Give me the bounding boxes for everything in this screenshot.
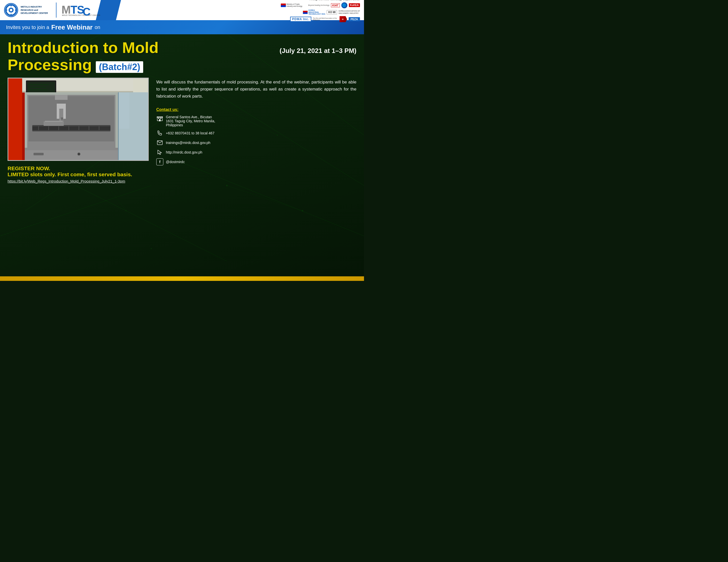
svg-line-20 xyxy=(0,186,151,236)
kokea-badge: KoKEA xyxy=(349,3,360,7)
svg-rect-43 xyxy=(118,92,119,161)
svg-rect-42 xyxy=(117,92,149,161)
mirdc-name: METALS INDUSTRY RESEARCH and DEVELOPMENT… xyxy=(21,5,51,15)
contact-email-item: trainings@mirdc.dost.gov.ph xyxy=(156,139,356,146)
free-webinar-text: Free Webinar xyxy=(51,23,93,31)
machine-image xyxy=(8,78,149,161)
mite-flag: Ministry of Trade, Industry and Energy xyxy=(281,3,307,8)
processing-text: Processing xyxy=(8,56,92,74)
svg-rect-59 xyxy=(32,126,110,130)
partner-row-1: Ministry of Trade, Industry and Energy B… xyxy=(281,2,360,8)
peza-badge: PEZA xyxy=(349,17,360,21)
blue-banner: Invites you to join a Free Webinar on xyxy=(0,20,364,34)
komi-badge: KO MI xyxy=(327,10,337,14)
svg-line-19 xyxy=(76,186,227,261)
globe-icon: 🌐 xyxy=(341,2,347,8)
svg-marker-81 xyxy=(158,150,162,155)
address-icon xyxy=(156,115,163,122)
svg-rect-76 xyxy=(158,118,159,119)
mtsc-logo: M T S C MOLD TECHNOLOGY SUPPORT CENTER xyxy=(62,4,100,16)
komi-full: KOREA ASSOCIATION OFMACHINERY INDUSTRY xyxy=(339,10,360,14)
title-line2: Processing (Batch#2) xyxy=(8,56,159,74)
right-column: We will discuss the fundamentals of mold… xyxy=(156,78,356,183)
svg-rect-7 xyxy=(15,10,17,11)
website-text: http://mirdc.dost.gov.ph xyxy=(166,150,202,154)
mold-logo: M xyxy=(340,16,347,22)
svg-rect-53 xyxy=(55,95,68,100)
event-title: Introduction to Mold Processing (Batch#2… xyxy=(8,39,356,74)
image-column: REGISTER NOW. LIMITED slots only. First … xyxy=(8,78,149,183)
mirdc-logo: METALS INDUSTRY RESEARCH and DEVELOPMENT… xyxy=(4,3,51,17)
mirdc-logo-svg xyxy=(5,4,17,16)
register-link-text: https://bit.ly/Web_Regs_Introduction_Mol… xyxy=(8,179,149,183)
address-line2: 1631 Taguig City, Metro Manila, xyxy=(166,119,215,123)
mtsc-s: S C xyxy=(77,4,84,15)
on-text: on xyxy=(95,24,100,30)
pdma-badge: PDMA Inc. xyxy=(290,17,311,22)
kita-logo: KOREAINDUSTRIALTECHNOLOGY ODA xyxy=(303,9,325,15)
svg-line-35 xyxy=(227,186,302,211)
register-now-text: REGISTER NOW. xyxy=(8,165,149,171)
contact-title: Contact us: xyxy=(156,107,356,112)
contact-website-item: http://mirdc.dost.gov.ph xyxy=(156,149,356,156)
svg-rect-5 xyxy=(11,14,12,16)
invite-text: Invites you to join a xyxy=(6,24,49,30)
facebook-icon: f xyxy=(156,158,163,165)
contact-phone-item: +632 88370431 to 38 local 467 xyxy=(156,130,356,137)
phone-icon xyxy=(156,130,163,137)
svg-rect-67 xyxy=(44,121,64,126)
social-text: @dostmirdc xyxy=(166,160,185,164)
svg-point-25 xyxy=(226,185,228,186)
svg-rect-56 xyxy=(59,109,63,121)
title-left: Introduction to Mold Processing (Batch#2… xyxy=(8,39,159,74)
partner-row-3: PDMA Inc. The Die and Mold Association o… xyxy=(290,16,360,22)
batch-label: (Batch#2) xyxy=(96,61,143,73)
email-text: trainings@mirdc.dost.gov.ph xyxy=(166,141,210,145)
svg-point-30 xyxy=(151,248,152,249)
svg-point-26 xyxy=(126,210,127,211)
address-line3: Philippines xyxy=(166,123,215,127)
beyond-tech: Beyond leading technology xyxy=(308,4,329,6)
email-icon xyxy=(156,139,163,146)
through-text: Through the Mold Technology Support Cent… xyxy=(309,0,360,1)
register-section: REGISTER NOW. LIMITED slots only. First … xyxy=(8,165,149,183)
mite-label: Ministry of Trade, Industry and Energy xyxy=(287,3,307,8)
svg-rect-79 xyxy=(157,117,163,117)
pdma-sub: The Die and Mold Association of the Phil… xyxy=(313,17,338,21)
title-line1: Introduction to Mold xyxy=(8,39,159,56)
cnc-machine-svg xyxy=(8,78,149,161)
contact-section: Contact us: General Sa xyxy=(156,107,356,168)
header-partners: Through the Mold Technology Support Cent… xyxy=(281,0,360,22)
content-area: REGISTER NOW. LIMITED slots only. First … xyxy=(8,78,356,183)
contact-social-item: f @dostmirdc xyxy=(156,158,356,165)
svg-rect-4 xyxy=(11,4,12,6)
svg-rect-6 xyxy=(5,10,7,11)
svg-point-29 xyxy=(302,210,303,212)
main-content: Introduction to Mold Processing (Batch#2… xyxy=(0,34,364,281)
date-time: (July 21, 2021 at 1–3 PM) xyxy=(280,47,356,55)
description-text: We will discuss the fundamentals of mold… xyxy=(156,79,356,100)
svg-rect-77 xyxy=(160,118,161,119)
header: METALS INDUSTRY RESEARCH and DEVELOPMENT… xyxy=(0,0,364,20)
limited-slots-text: LIMITED slots only. First come, first se… xyxy=(8,171,149,178)
svg-rect-72 xyxy=(34,153,44,155)
partner-row-2: KOREAINDUSTRIALTECHNOLOGY ODA KO MI KORE… xyxy=(303,9,360,15)
address-lines: General Santos Ave., Bicutan 1631 Taguig… xyxy=(166,115,215,127)
svg-point-3 xyxy=(10,9,12,11)
mtsc-letters: M T S C xyxy=(62,4,100,15)
facebook-f: f xyxy=(159,160,161,164)
bottom-gold-bar xyxy=(0,276,364,281)
svg-point-74 xyxy=(78,153,80,155)
header-divider xyxy=(56,3,56,18)
kiat-badge: KIAT xyxy=(331,3,340,7)
mtsc-t: T xyxy=(71,4,77,15)
svg-rect-78 xyxy=(159,119,161,121)
address-line1: General Santos Ave., Bicutan xyxy=(166,115,215,119)
web-icon xyxy=(156,149,163,156)
svg-rect-71 xyxy=(25,150,118,161)
svg-rect-52 xyxy=(28,96,114,141)
mtsc-m: M xyxy=(62,4,71,15)
svg-rect-68 xyxy=(45,121,63,122)
phone-text: +632 88370431 to 38 local 467 xyxy=(166,131,215,135)
contact-address-item: General Santos Ave., Bicutan 1631 Taguig… xyxy=(156,115,356,127)
